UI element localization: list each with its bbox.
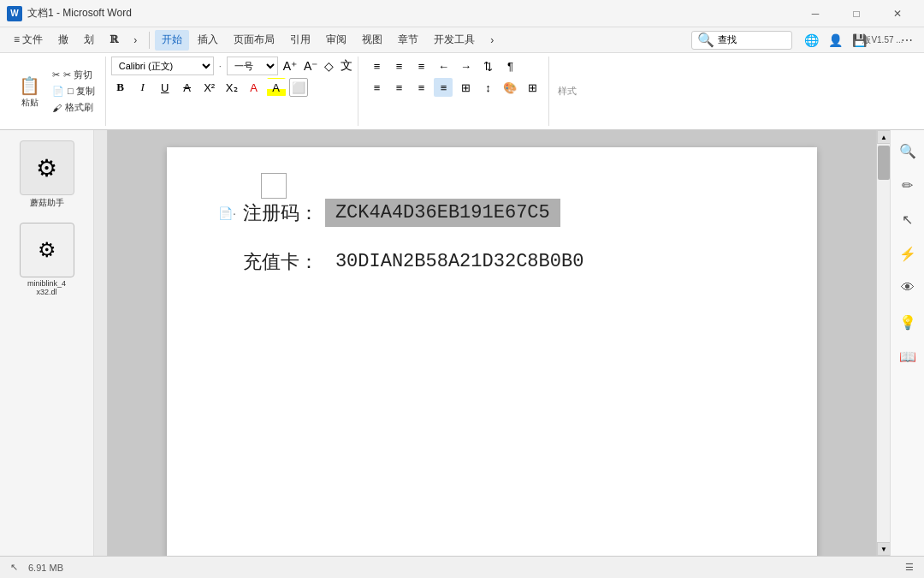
right-panel-edit-btn[interactable]: ✏ [894,171,921,199]
close-button[interactable]: ✕ [878,0,917,27]
scroll-up-button[interactable]: ▲ [877,130,890,144]
menu-icon[interactable]: ☰ [905,562,914,573]
superscript-button[interactable]: X² [200,78,219,97]
scroll-track[interactable] [877,144,890,542]
text-box-button[interactable]: ⬜ [289,78,308,97]
right-panel-search-btn[interactable]: 🔍 [894,137,921,164]
strikethrough-button[interactable]: A [178,78,197,97]
right-panel-eye-btn[interactable]: 👁 [894,274,921,301]
paste-button[interactable]: 📋 粘贴 [14,69,45,115]
styles-group: 样式 [551,57,917,126]
styles-placeholder: 样式 [558,85,577,98]
borders-button[interactable]: ⊞ [523,78,542,97]
underline-button[interactable]: U [156,78,175,97]
tab-insert[interactable]: 插入 [191,30,225,51]
numbering-button[interactable]: ≡ [389,57,408,75]
paste-icon: 📋 [19,75,40,96]
multilevel-button[interactable]: ≡ [412,57,430,75]
search-box[interactable]: 🔍 [691,31,792,50]
sort-button[interactable]: ⇅ [478,57,497,75]
format-painter-button[interactable]: 🖌 格式刷 [49,100,98,115]
tab-view[interactable]: 视图 [355,30,389,51]
search-input[interactable] [718,35,786,45]
align-right-button[interactable]: ≡ [412,78,430,97]
line-spacing-button[interactable]: ↕ [478,78,497,97]
tab-review[interactable]: 审阅 [319,30,353,51]
menu-more[interactable]: › [127,30,144,51]
menu-undo[interactable]: 撤 [51,30,75,51]
document-content: 📄· 注册码： ZCK4A4D36EB191E67C5 📄· 充值卡： 30DI… [218,199,766,276]
menu-redo[interactable]: 划 [77,30,101,51]
registration-code-row: 📄· 注册码： ZCK4A4D36EB191E67C5 [218,199,766,227]
align-justify-button[interactable]: ≡ [434,78,453,97]
scroll-down-button[interactable]: ▼ [877,542,890,556]
font-sep: · [219,61,222,71]
align-center-button[interactable]: ≡ [389,78,408,97]
font-grow-icon[interactable]: A⁺ [281,59,299,73]
para-row1: ≡ ≡ ≡ ← → ⇅ ¶ [367,57,542,75]
highlight-button[interactable]: A [267,78,286,97]
show-marks-button[interactable]: ¶ [500,57,519,75]
paste-label: 粘贴 [21,98,38,108]
reg-code-value[interactable]: ZCK4A4D36EB191E67C5 [325,199,560,227]
mushroom-helper-label: 蘑菇助手 [30,197,64,209]
tab-references[interactable]: 引用 [283,30,317,51]
font-family-select[interactable]: Calibri (正文) [111,57,214,75]
vertical-ruler [94,130,108,556]
menu-sep [149,32,150,49]
align-left-button[interactable]: ≡ [367,78,386,97]
cut-button[interactable]: ✂ ✂ 剪切 [49,68,98,82]
subscript-button[interactable]: X₂ [222,78,241,97]
row-icon: 📄· [218,206,236,220]
font-shrink-icon[interactable]: A⁻ [302,59,319,73]
account-icon[interactable]: 🌐 [801,30,821,51]
right-panel-cursor-btn[interactable]: ↖ [894,206,921,233]
italic-button[interactable]: I [133,78,152,97]
miniblink-icon-glyph: ⚙ [38,238,56,262]
version-label: 版V1.57 ... [873,30,893,51]
sidebar-item-mushroom[interactable]: ⚙ 蘑菇助手 [3,137,90,212]
right-panel-bulb-btn[interactable]: 💡 [894,308,921,336]
menu-save[interactable]: ℝ [103,30,125,51]
tab-home[interactable]: 开始 [155,30,189,51]
status-bar: ↖ 6.91 MB ☰ [0,556,924,578]
vertical-scrollbar[interactable]: ▲ ▼ [876,130,890,556]
indent-dec-button[interactable]: ← [434,57,453,75]
document-container[interactable]: 📄· 注册码： ZCK4A4D36EB191E67C5 📄· 充值卡： 30DI… [108,130,876,556]
tab-chapter[interactable]: 章节 [391,30,425,51]
maximize-button[interactable]: □ [837,0,876,27]
scroll-thumb[interactable] [878,146,890,180]
minimize-button[interactable]: ─ [796,0,835,27]
tab-layout[interactable]: 页面布局 [227,30,281,51]
clipboard-small-buttons: ✂ ✂ 剪切 📄 □ 复制 🖌 格式刷 [49,68,98,115]
copy-button[interactable]: 📄 □ 复制 [49,84,98,98]
title-bar-left: W 文档1 - Microsoft Word [7,6,132,21]
tab-more[interactable]: › [483,30,500,51]
menu-file[interactable]: ≡ 文件 [7,30,50,51]
bold-button[interactable]: B [111,78,130,97]
word-app-icon: W [7,6,22,21]
right-panel: 🔍 ✏ ↖ ⚡ 👁 💡 📖 [890,130,924,556]
miniblink-icon: ⚙ [20,223,74,277]
right-panel-book-btn[interactable]: 📖 [894,343,921,370]
text-cursor-box [261,173,287,199]
ribbon-content: 📋 粘贴 ✂ ✂ 剪切 📄 □ 复制 🖌 格式刷 [0,53,924,129]
document-title: 文档1 - Microsoft Word [27,6,132,21]
document-page[interactable]: 📄· 注册码： ZCK4A4D36EB191E67C5 📄· 充值卡： 30DI… [167,147,817,556]
tab-developer[interactable]: 开发工具 [427,30,482,51]
user-icon[interactable]: 👤 [825,30,845,51]
shading-button[interactable]: 🎨 [500,78,519,97]
phonetic-icon[interactable]: 文 [339,58,354,74]
status-right: ☰ [905,562,914,573]
right-panel-lightning-btn[interactable]: ⚡ [894,240,921,267]
more-options-icon[interactable]: ⋯ [897,30,917,51]
font-color-button[interactable]: A [245,78,264,97]
sidebar-item-miniblink[interactable]: ⚙ miniblink_4x32.dl [3,219,90,300]
clear-format-icon[interactable]: ◇ [323,59,335,73]
column-layout-button[interactable]: ⊞ [456,78,475,97]
recharge-card-value[interactable]: 30DIAN2B58A21D32C8B0B0 [325,247,594,276]
bullets-button[interactable]: ≡ [367,57,386,75]
indent-inc-button[interactable]: → [456,57,475,75]
main-layout: ⚙ 蘑菇助手 ⚙ miniblink_4x32.dl 📄· [0,130,924,556]
font-size-select[interactable]: 一号 [227,57,278,75]
